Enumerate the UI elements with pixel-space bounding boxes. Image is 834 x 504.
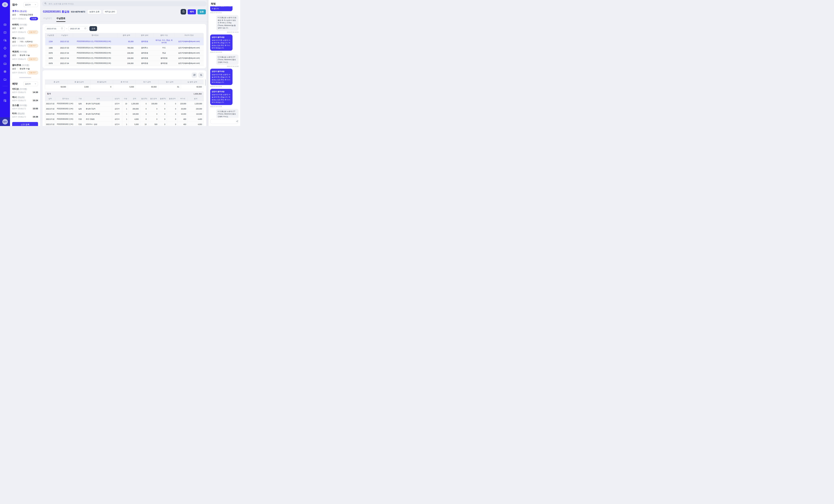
reception-patient-card[interactable]: 바히티 (이지현) 초진ㅣ감기 김민수 (진료실 1) 진료 대기 (12, 23, 38, 34)
chat-search-icon[interactable] (3, 39, 7, 42)
note-icon[interactable] (3, 91, 7, 94)
patient-name: 베누 (홍길동) (12, 37, 38, 40)
chat-sender: 김민지 원무과장 (212, 36, 231, 39)
chat-text: 핑핑이(이지현 보호자) 수술 예약 취소했습니다. 박원장님 일정 확인 후 … (212, 39, 231, 49)
query-button[interactable]: 조회 (89, 26, 97, 31)
details-total-value: 1,659,350 (194, 93, 202, 95)
date-from-input[interactable]: 2022.07.01 (45, 26, 65, 31)
detail-row[interactable]: 2022.07.02P20220301002 (모찌)입원중성화 2일차김민수 … (45, 106, 204, 112)
reception-patient-card[interactable]: 케프리 (이지현) 초진ㅣ중성화 수술 김민수 (진료실 1) 진료 대기 (12, 50, 38, 61)
details-column-header: 수량 (122, 96, 129, 101)
deposit-manage-button[interactable]: 예치금 관리 (103, 9, 117, 14)
payments-column-header: 수납번호 (45, 33, 57, 38)
payments-column-header: 환자정보 (73, 33, 117, 38)
paw-clinic-logo-icon[interactable] (2, 2, 8, 7)
chat-timestamp: 2022.07.04 10:58 (210, 66, 239, 67)
summary-column-header: 절사 금액 (158, 80, 181, 85)
detail-row[interactable]: 2022.07.02P20220301002 (모찌)입원중성화 3일차(퇴원)… (45, 112, 204, 117)
add-receipt-button[interactable] (181, 9, 186, 15)
patient-name: 호루스 (홍길동) (12, 10, 38, 13)
chat-text: 핑핑이(이지현 보호자) 수술 예약 취소했습니다. 박원장님 일정 확인 후 … (212, 93, 231, 104)
details-table: 날짜환자정보구분항목담당자수량금액할인(%)할인금액할증(%)할증금액부가세합계… (45, 96, 204, 126)
details-column-header: 부가세 (178, 96, 188, 101)
date-to-input[interactable]: 2022.07.30 (68, 26, 88, 31)
reservation-time: 15:24 (33, 99, 38, 102)
payments-column-header: 결제 상태 (135, 33, 154, 38)
detail-row[interactable]: 2022.07.02P20220301002 (모찌)입원중성화 1일차(입원)… (45, 101, 204, 106)
reservation-item[interactable]: 티아 (홍길동) 김민수 (진료실 1) 16:38 (10, 112, 40, 118)
patient-id-name: G20220301001 홍길동 (43, 10, 69, 14)
patient-visit-line: 초진ㅣ중성화 수술 (12, 54, 38, 56)
chat-message: 주사실에서 영양제 투여해야 합니다. 2022.07.04 10:21 (210, 6, 239, 14)
reception-patient-card[interactable]: 몽타루트 (이지현) 초진ㅣ중성화 수술 김민수 (진료실 1) 진료 대기 (12, 64, 38, 74)
folder-icon[interactable] (3, 78, 7, 81)
reserve-button[interactable]: 예약 (188, 9, 196, 14)
guardian-lookup-button[interactable]: 보호자 조회 (87, 9, 102, 14)
tab[interactable]: 수납대기 (43, 17, 52, 22)
chat-timestamp: 2022.07.04 10:24 (210, 31, 239, 33)
settings-hex-icon[interactable] (3, 70, 7, 73)
reception-patient-card[interactable]: 베누 (홍길동) 초진ㅣ기타 : 식욕부진 김민수 (진료실 1) 진료 대기 (12, 37, 38, 47)
search-input[interactable] (48, 3, 204, 5)
chat-text: 핑핑이(이지현 보호자) 수술 예약 취소했습니다. 박원장님 일정 확인 후 … (212, 73, 231, 84)
inbox-check-icon[interactable] (3, 31, 7, 35)
cancel-payment-button[interactable]: ₩ (192, 72, 197, 78)
details-column-header: 환자정보 (55, 96, 76, 101)
patient-visit-line: 초진ㅣ중성화 수술 (12, 68, 38, 70)
reservation-doctor-select-value: 김민수 (25, 83, 31, 85)
payment-row[interactable]: 09782022.07.04P20220301001(티모), P2022030… (45, 56, 204, 61)
chevron-down-icon (35, 4, 36, 6)
details-column-header: 합계 (188, 96, 203, 101)
send-button[interactable] (235, 120, 239, 123)
admit-button[interactable]: 입원 (197, 9, 206, 14)
medical-cross-icon[interactable] (3, 46, 7, 50)
chat-text: 티모(홍길동 보호자) 진료 종료 후 주사실에서 영양제 투여하고 X-Ray… (218, 16, 237, 29)
reservation-item[interactable]: 모스웬 (이지현) 김민수 (진료실 1) 15:55 (10, 104, 40, 110)
reception-patient-card[interactable]: 호루스 (홍길동) 초진ㅣ비대성심근병증 김민수 (진료실 1) 진료중 (12, 10, 38, 20)
chat-panel: 채팅 주사실에서 영양제 투여해야 합니다. 2022.07.04 10:21 … (208, 0, 240, 126)
payment-row[interactable]: 12342022.07.02P20220301001(티모), P2022030… (45, 38, 204, 45)
reception-doctor-select[interactable]: 김민수 (23, 2, 38, 7)
chat-text: 주사실에서 영양제 투여해야 합니다. (212, 6, 231, 10)
payment-row[interactable]: 10892022.07.03P20220301001(티모), P2022030… (45, 45, 204, 50)
payment-row[interactable]: 09782022.07.04P20220301001(티모), P2022030… (45, 61, 204, 66)
patient-visit-line: 초진ㅣ기타 : 식욕부진 (12, 41, 38, 43)
detail-row[interactable]: 2022.07.02P20220301002 (모찌)진료피하주사 - 일반김민… (45, 122, 204, 126)
status-badge: 진료 대기 (27, 44, 38, 47)
reservation-item[interactable]: 아디오 (이지현) 김민수 (진료실 1) 14:30 (10, 88, 40, 93)
reservation-doctor: 김민수 (진료실 1) (12, 108, 26, 110)
user-avatar[interactable]: 민수 (2, 119, 8, 124)
chat-message: 김민지 원무과장 핑핑이(이지현 보호자) 수술 예약 취소했습니다. 박원장님… (210, 35, 239, 53)
date-from-value: 2022.07.01 (47, 28, 57, 30)
detail-scrollbar[interactable] (205, 79, 206, 86)
main-content: G20220301001 홍길동 010-4879-9873 보호자 조회 예치… (40, 0, 208, 126)
reception-scrollbar[interactable] (19, 77, 31, 78)
won-slash-icon: ₩ (193, 73, 196, 77)
chat-bubble: 티모(홍길동 보호자) 진료 종료 후 주사실에서 영양제 투여하고 X-Ray… (216, 15, 239, 31)
bar-chart-icon[interactable] (3, 62, 7, 66)
reception-title: 접수 (12, 3, 18, 6)
details-column-header: 할증금액 (167, 96, 178, 101)
chat-sender: 김민지 원무과장 (212, 90, 231, 93)
chat-input[interactable] (212, 120, 235, 123)
tab[interactable]: 수납완료 (57, 17, 65, 22)
certificate-icon[interactable] (3, 99, 7, 102)
chat-title: 채팅 (208, 0, 240, 6)
patient-doctor: 김민수 (진료실 1) (12, 31, 26, 33)
calendar-icon[interactable] (3, 54, 7, 58)
summary-table: 총 금액총 할인금액총 할증금액총 부가세청구 금액절사 금액실 결제 금액 5… (45, 79, 204, 89)
new-registration-button[interactable]: 신규 등록 (12, 122, 38, 126)
receipt-print-button[interactable]: ₩ (198, 72, 204, 78)
reservation-patient-name: 티아 (홍길동) (12, 112, 38, 115)
detail-row[interactable]: 2022.07.02P20220301002 (모찌)진료초진 진찰료김민수 1… (45, 117, 204, 122)
vitals-card-icon[interactable] (3, 23, 7, 26)
payments-column-header: 처리자 정보 (174, 33, 204, 38)
reservation-item[interactable]: 메시 (홍길동) 김민수 (진료실 1) 15:24 (10, 96, 40, 102)
payment-row[interactable]: 09782022.07.04P20220301001(티모), P2022030… (45, 50, 204, 56)
reservation-doctor: 김민수 (진료실 1) (12, 91, 26, 93)
payments-column-header: 결제 금액 (117, 33, 135, 38)
status-badge: 진료 대기 (27, 58, 38, 61)
payments-table: 수납번호수납일시환자정보결제 금액결제 상태결제 수단처리자 정보 123420… (45, 33, 204, 66)
details-column-header: 금액 (129, 96, 140, 101)
reservation-doctor-select[interactable]: 김민수 (23, 82, 38, 86)
